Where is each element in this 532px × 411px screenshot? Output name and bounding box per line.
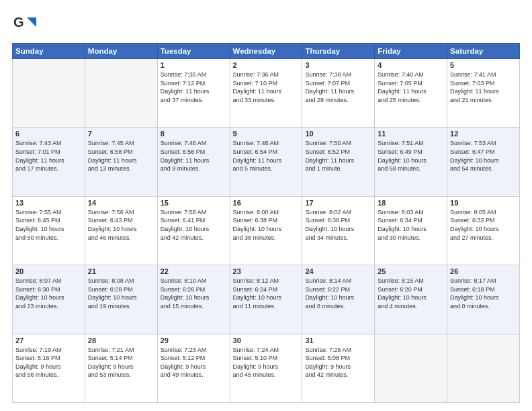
day-number: 20 — [15, 267, 82, 275]
weekday-header-thursday: Thursday — [302, 44, 375, 59]
day-number: 15 — [161, 199, 227, 207]
day-number: 16 — [233, 199, 300, 207]
day-number: 26 — [450, 267, 517, 275]
calendar-cell: 23Sunrise: 8:12 AM Sunset: 6:24 PM Dayli… — [230, 265, 302, 334]
calendar-cell: 8Sunrise: 7:46 AM Sunset: 6:56 PM Daylig… — [157, 128, 230, 196]
page: G SundayMondayTuesdayWednesdayThursdayFr… — [0, 0, 532, 411]
day-info: Sunrise: 7:55 AM Sunset: 6:45 PM Dayligh… — [15, 208, 82, 242]
day-info: Sunrise: 8:02 AM Sunset: 6:36 PM Dayligh… — [305, 208, 371, 242]
weekday-header-monday: Monday — [85, 44, 157, 59]
day-info: Sunrise: 7:35 AM Sunset: 7:12 PM Dayligh… — [161, 71, 227, 104]
calendar-cell — [447, 334, 520, 402]
day-number: 25 — [378, 267, 444, 275]
day-number: 8 — [161, 130, 227, 138]
calendar-cell: 6Sunrise: 7:43 AM Sunset: 7:01 PM Daylig… — [13, 128, 85, 196]
day-info: Sunrise: 7:19 AM Sunset: 5:16 PM Dayligh… — [15, 346, 82, 379]
day-info: Sunrise: 7:36 AM Sunset: 7:10 PM Dayligh… — [233, 71, 300, 104]
calendar-cell: 31Sunrise: 7:26 AM Sunset: 5:08 PM Dayli… — [302, 334, 375, 402]
day-info: Sunrise: 8:15 AM Sunset: 6:20 PM Dayligh… — [378, 277, 444, 310]
day-info: Sunrise: 7:56 AM Sunset: 6:43 PM Dayligh… — [88, 208, 154, 242]
day-info: Sunrise: 8:17 AM Sunset: 6:18 PM Dayligh… — [450, 277, 517, 310]
calendar-cell: 26Sunrise: 8:17 AM Sunset: 6:18 PM Dayli… — [447, 265, 520, 334]
day-number: 9 — [233, 130, 300, 138]
weekday-header-tuesday: Tuesday — [157, 44, 230, 59]
calendar-cell: 14Sunrise: 7:56 AM Sunset: 6:43 PM Dayli… — [85, 196, 157, 265]
day-number: 23 — [233, 267, 300, 275]
calendar-cell: 29Sunrise: 7:23 AM Sunset: 5:12 PM Dayli… — [157, 334, 230, 402]
calendar-cell: 22Sunrise: 8:10 AM Sunset: 6:26 PM Dayli… — [157, 265, 230, 334]
header: G — [12, 12, 520, 36]
day-number: 13 — [15, 199, 82, 207]
calendar-cell: 3Sunrise: 7:38 AM Sunset: 7:07 PM Daylig… — [302, 59, 375, 128]
day-info: Sunrise: 8:14 AM Sunset: 6:22 PM Dayligh… — [305, 277, 371, 310]
day-number: 18 — [378, 199, 444, 207]
day-number: 30 — [233, 336, 300, 345]
weekday-header-wednesday: Wednesday — [230, 44, 302, 59]
day-info: Sunrise: 7:41 AM Sunset: 7:03 PM Dayligh… — [450, 71, 517, 104]
day-number: 21 — [88, 267, 154, 275]
calendar-cell: 19Sunrise: 8:05 AM Sunset: 6:32 PM Dayli… — [447, 196, 520, 265]
day-info: Sunrise: 7:43 AM Sunset: 7:01 PM Dayligh… — [15, 139, 82, 173]
calendar-cell: 25Sunrise: 8:15 AM Sunset: 6:20 PM Dayli… — [375, 265, 447, 334]
day-number: 3 — [305, 61, 371, 69]
calendar-cell: 21Sunrise: 8:08 AM Sunset: 6:28 PM Dayli… — [85, 265, 157, 334]
day-info: Sunrise: 8:07 AM Sunset: 6:30 PM Dayligh… — [15, 277, 82, 310]
calendar: SundayMondayTuesdayWednesdayThursdayFrid… — [12, 43, 520, 403]
week-row-2: 6Sunrise: 7:43 AM Sunset: 7:01 PM Daylig… — [13, 128, 520, 196]
day-number: 19 — [450, 199, 517, 207]
day-number: 17 — [305, 199, 371, 207]
day-info: Sunrise: 7:24 AM Sunset: 5:10 PM Dayligh… — [233, 346, 300, 379]
svg-marker-2 — [27, 17, 36, 27]
calendar-cell: 24Sunrise: 8:14 AM Sunset: 6:22 PM Dayli… — [302, 265, 375, 334]
calendar-cell: 9Sunrise: 7:48 AM Sunset: 6:54 PM Daylig… — [230, 128, 302, 196]
day-number: 2 — [233, 61, 300, 69]
day-info: Sunrise: 7:26 AM Sunset: 5:08 PM Dayligh… — [305, 346, 371, 379]
calendar-cell: 1Sunrise: 7:35 AM Sunset: 7:12 PM Daylig… — [157, 59, 230, 128]
svg-text:G: G — [13, 15, 24, 30]
weekday-header-row: SundayMondayTuesdayWednesdayThursdayFrid… — [13, 44, 520, 59]
day-info: Sunrise: 7:48 AM Sunset: 6:54 PM Dayligh… — [233, 139, 300, 173]
week-row-3: 13Sunrise: 7:55 AM Sunset: 6:45 PM Dayli… — [13, 196, 520, 265]
day-info: Sunrise: 8:03 AM Sunset: 6:34 PM Dayligh… — [378, 208, 444, 242]
calendar-cell: 28Sunrise: 7:21 AM Sunset: 5:14 PM Dayli… — [85, 334, 157, 402]
logo-icon: G — [12, 12, 36, 36]
day-info: Sunrise: 7:51 AM Sunset: 6:49 PM Dayligh… — [378, 139, 444, 173]
week-row-4: 20Sunrise: 8:07 AM Sunset: 6:30 PM Dayli… — [13, 265, 520, 334]
day-info: Sunrise: 8:05 AM Sunset: 6:32 PM Dayligh… — [450, 208, 517, 242]
day-number: 11 — [378, 130, 444, 138]
week-row-1: 1Sunrise: 7:35 AM Sunset: 7:12 PM Daylig… — [13, 59, 520, 128]
day-number: 31 — [305, 336, 371, 345]
day-number: 7 — [88, 130, 154, 138]
day-number: 29 — [161, 336, 227, 345]
day-info: Sunrise: 7:23 AM Sunset: 5:12 PM Dayligh… — [161, 346, 227, 379]
day-number: 10 — [305, 130, 371, 138]
calendar-cell: 18Sunrise: 8:03 AM Sunset: 6:34 PM Dayli… — [375, 196, 447, 265]
calendar-cell: 11Sunrise: 7:51 AM Sunset: 6:49 PM Dayli… — [375, 128, 447, 196]
day-info: Sunrise: 7:53 AM Sunset: 6:47 PM Dayligh… — [450, 139, 517, 173]
calendar-cell: 7Sunrise: 7:45 AM Sunset: 6:58 PM Daylig… — [85, 128, 157, 196]
day-number: 28 — [88, 336, 154, 345]
calendar-cell: 10Sunrise: 7:50 AM Sunset: 6:52 PM Dayli… — [302, 128, 375, 196]
weekday-header-saturday: Saturday — [447, 44, 520, 59]
calendar-cell — [13, 59, 85, 128]
calendar-cell: 15Sunrise: 7:58 AM Sunset: 6:41 PM Dayli… — [157, 196, 230, 265]
day-number: 14 — [88, 199, 154, 207]
day-number: 27 — [15, 336, 82, 345]
day-info: Sunrise: 7:21 AM Sunset: 5:14 PM Dayligh… — [88, 346, 154, 379]
calendar-cell: 20Sunrise: 8:07 AM Sunset: 6:30 PM Dayli… — [13, 265, 85, 334]
day-info: Sunrise: 7:58 AM Sunset: 6:41 PM Dayligh… — [161, 208, 227, 242]
calendar-cell — [375, 334, 447, 402]
day-info: Sunrise: 7:38 AM Sunset: 7:07 PM Dayligh… — [305, 71, 371, 104]
logo: G — [12, 12, 38, 36]
calendar-cell: 30Sunrise: 7:24 AM Sunset: 5:10 PM Dayli… — [230, 334, 302, 402]
day-info: Sunrise: 7:46 AM Sunset: 6:56 PM Dayligh… — [161, 139, 227, 173]
weekday-header-friday: Friday — [375, 44, 447, 59]
day-info: Sunrise: 8:10 AM Sunset: 6:26 PM Dayligh… — [161, 277, 227, 310]
day-number: 22 — [161, 267, 227, 275]
day-info: Sunrise: 8:12 AM Sunset: 6:24 PM Dayligh… — [233, 277, 300, 310]
day-info: Sunrise: 7:40 AM Sunset: 7:05 PM Dayligh… — [378, 71, 444, 104]
day-info: Sunrise: 8:08 AM Sunset: 6:28 PM Dayligh… — [88, 277, 154, 310]
weekday-header-sunday: Sunday — [13, 44, 85, 59]
day-number: 6 — [15, 130, 82, 138]
day-number: 1 — [161, 61, 227, 69]
